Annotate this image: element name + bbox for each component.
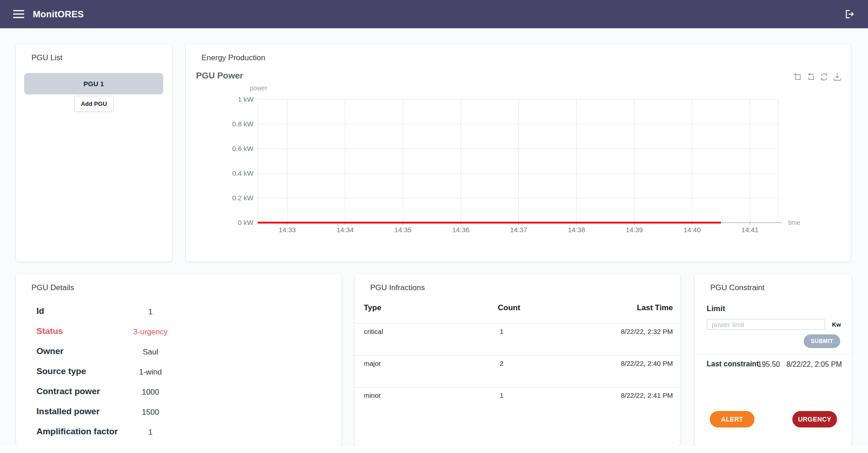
infraction-count: 1 [500, 328, 503, 335]
hamburger-menu-icon[interactable] [12, 7, 26, 21]
detail-value: 1000 [114, 388, 187, 397]
infractions-table-header: Type Count Last Time [355, 303, 680, 323]
x-tick-label: 14:38 [568, 226, 585, 234]
y-tick-label: 1 kW [238, 95, 254, 103]
infraction-last-time: 8/22/22, 2:32 PM [621, 328, 673, 335]
divider [695, 354, 852, 355]
last-constraint-time: 8/22/22, 2:05 PM [786, 360, 842, 369]
logout-glyph [844, 9, 855, 20]
detail-label: Id [36, 306, 44, 316]
add-pgu-button[interactable]: Add PGU [74, 96, 114, 112]
pgu-list-title: PGU List [31, 53, 62, 62]
x-tick-label: 14:34 [336, 226, 354, 234]
pgu-item-button[interactable]: PGU 1 [24, 73, 163, 94]
detail-value: 1-wind [114, 368, 187, 377]
column-header-count: Count [498, 303, 520, 312]
detail-row: Amplification factor1 [16, 423, 341, 443]
infraction-type: critical [364, 328, 383, 335]
x-tick-label: 14:41 [741, 226, 759, 234]
detail-value: 1500 [114, 408, 187, 417]
app-title: MonitORES [33, 9, 84, 20]
detail-row: Source type1-wind [16, 363, 341, 383]
infraction-last-time: 8/22/22, 2:40 PM [621, 359, 673, 367]
detail-value: 3-urgency [114, 328, 187, 337]
power-line-chart: 1 kW0.8 kW0.6 kW0.4 kW0.2 kW0 kW14:3314:… [186, 44, 851, 261]
y-tick-label: 0 kW [238, 219, 254, 226]
pgu-details-rows: Id1Status3-urgencyOwnerSaulSource type1-… [16, 302, 341, 443]
detail-label: Installed power [36, 406, 99, 417]
detail-label: Amplification factor [36, 427, 118, 437]
detail-label: Source type [36, 366, 86, 376]
alert-button[interactable]: ALERT [710, 411, 754, 427]
infraction-row: critical18/22/22, 2:32 PM [355, 323, 680, 355]
x-tick-label: 14:37 [510, 226, 527, 234]
y-axis-name: power [250, 84, 267, 92]
last-constraint-value: 195.50 [758, 360, 780, 369]
submit-button[interactable]: SUBMIT [804, 334, 840, 348]
detail-label: Owner [36, 346, 63, 356]
infraction-last-time: 8/22/22, 2:41 PM [621, 391, 673, 399]
urgency-button[interactable]: URGENCY [792, 411, 837, 427]
y-tick-label: 0.8 kW [232, 120, 254, 128]
pgu-list-card: PGU List PGU 1 Add PGU [16, 44, 172, 261]
infraction-row: major28/22/22, 2:40 PM [355, 355, 680, 387]
detail-label: Status [36, 326, 63, 336]
y-tick-label: 0.2 kW [232, 194, 254, 202]
detail-value: 1 [114, 307, 187, 317]
limit-label: Limit [707, 304, 725, 313]
pgu-constraint-title: PGU Constraint [710, 283, 765, 292]
pgu-constraint-card: PGU Constraint Limit Kw SUBMIT Last cons… [695, 274, 852, 446]
detail-row: OwnerSaul [16, 343, 341, 363]
pgu-details-title: PGU Details [31, 283, 74, 292]
power-limit-input[interactable] [707, 319, 825, 330]
pgu-infractions-card: PGU Infractions Type Count Last Time cri… [355, 274, 680, 446]
infraction-type: minor [364, 391, 381, 399]
column-header-last-time: Last Time [637, 303, 673, 312]
x-tick-label: 14:39 [626, 226, 643, 234]
infraction-type: major [364, 359, 381, 367]
column-header-type: Type [364, 303, 381, 312]
pgu-infractions-title: PGU Infractions [370, 283, 425, 292]
infraction-row: minor18/22/22, 2:41 PM [355, 387, 680, 419]
last-constraint-label: Last constraint [707, 360, 759, 368]
detail-label: Contract power [36, 386, 100, 396]
logout-icon[interactable] [842, 7, 856, 21]
x-tick-label: 14:35 [394, 226, 412, 234]
detail-value: 1 [114, 428, 187, 437]
pgu-details-card: PGU Details Id1Status3-urgencyOwnerSaulS… [16, 274, 341, 446]
infraction-count: 1 [500, 391, 503, 399]
x-tick-label: 14:40 [683, 226, 701, 234]
detail-row: Id1 [16, 302, 341, 323]
detail-row: Contract power1000 [16, 383, 341, 403]
detail-row: Status3-urgency [16, 323, 341, 343]
unit-label: Kw [832, 321, 841, 328]
bottom-strip [0, 446, 868, 453]
infractions-table-rows: critical18/22/22, 2:32 PMmajor28/22/22, … [355, 323, 680, 419]
x-tick-label: 14:33 [279, 226, 296, 234]
y-tick-label: 0.4 kW [232, 169, 254, 177]
app-header: MonitORES [0, 0, 868, 28]
detail-row: Installed power1500 [16, 403, 341, 423]
x-tick-label: 14:36 [452, 226, 470, 234]
infraction-count: 2 [500, 359, 503, 367]
y-tick-label: 0.6 kW [232, 145, 254, 152]
energy-production-card: Energy Production PGU Power [186, 44, 851, 261]
hamburger-lines [13, 10, 24, 18]
x-axis-name: time [788, 219, 801, 226]
detail-value: Saul [114, 348, 187, 357]
